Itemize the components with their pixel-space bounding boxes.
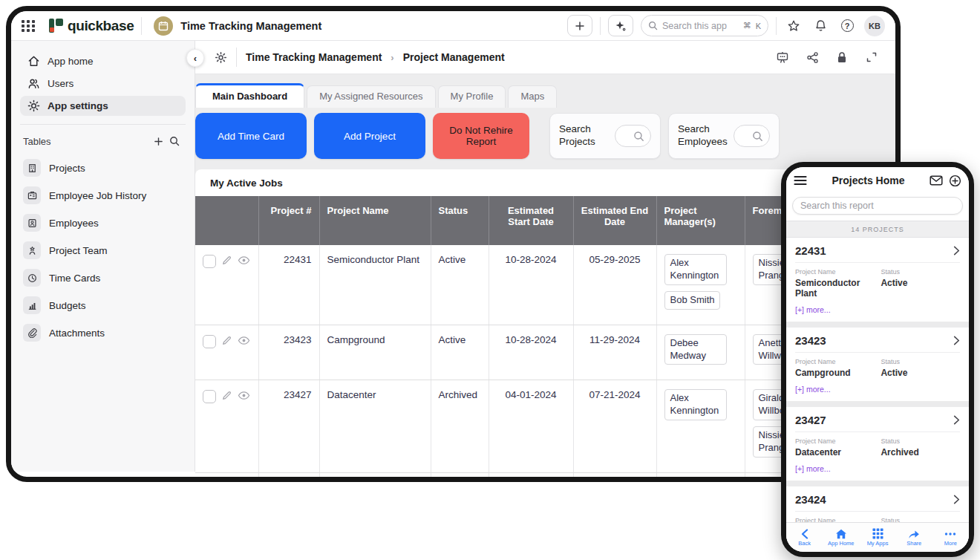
more-fields-link[interactable]: [+] more... bbox=[795, 464, 960, 473]
left-sidebar: App home Users App settings Tables bbox=[11, 41, 195, 472]
new-item-button[interactable] bbox=[567, 15, 592, 36]
home-filled-icon bbox=[835, 529, 847, 539]
apps-grid-icon bbox=[872, 528, 883, 539]
envelope-icon[interactable] bbox=[930, 175, 943, 186]
record-id: 23424 bbox=[795, 493, 953, 506]
edit-pencil-icon[interactable] bbox=[221, 390, 232, 401]
sidebar-item-app-settings[interactable]: App settings bbox=[20, 96, 186, 116]
favorite-star-button[interactable] bbox=[784, 16, 803, 36]
search-tables-button[interactable] bbox=[166, 134, 183, 149]
phone-nav-more[interactable]: More bbox=[932, 523, 969, 552]
more-fields-link[interactable]: [+] more... bbox=[795, 305, 960, 314]
cell-project-name: Bank Tower bbox=[319, 473, 431, 482]
phone-list-item[interactable]: 23423 Project NameCampground StatusActiv… bbox=[786, 328, 969, 401]
edit-pencil-icon[interactable] bbox=[221, 335, 232, 346]
divider bbox=[776, 17, 777, 35]
sidebar-item-app-home[interactable]: App home bbox=[20, 51, 186, 71]
phone-list-item[interactable]: 23427 Project NameDatacenter StatusArchi… bbox=[786, 407, 969, 481]
view-eye-icon[interactable] bbox=[238, 335, 250, 346]
notifications-button[interactable] bbox=[811, 16, 830, 36]
add-record-plus-icon[interactable] bbox=[949, 175, 961, 187]
breadcrumb-separator: › bbox=[391, 52, 393, 63]
tab-my-profile[interactable]: My Profile bbox=[438, 85, 506, 108]
field-label: Status bbox=[881, 358, 960, 365]
tab-main-dashboard[interactable]: Main Dashboard bbox=[195, 83, 304, 108]
view-eye-icon[interactable] bbox=[238, 390, 250, 401]
phone-nav-app-home[interactable]: App Home bbox=[823, 523, 859, 552]
field-value-name: Datacenter bbox=[795, 447, 881, 458]
more-dots-icon bbox=[944, 529, 956, 539]
divider bbox=[600, 17, 601, 35]
nav-label: More bbox=[944, 540, 957, 547]
cell-project-number: 23423 bbox=[258, 325, 319, 380]
manager-pill[interactable]: Alex Kennington bbox=[664, 254, 727, 285]
divider bbox=[141, 17, 142, 35]
row-checkbox[interactable] bbox=[203, 390, 216, 403]
add-time-card-button[interactable]: Add Time Card bbox=[195, 113, 307, 159]
help-button[interactable]: ? bbox=[837, 16, 857, 36]
user-avatar[interactable]: KB bbox=[864, 16, 885, 36]
tab-my-assigned-resources[interactable]: My Assigned Resources bbox=[307, 85, 435, 108]
column-header-project-name[interactable]: Project Name bbox=[319, 196, 431, 245]
sidebar-item-users[interactable]: Users bbox=[20, 74, 186, 94]
building-icon bbox=[23, 159, 41, 177]
phone-list-item[interactable]: 22431 Project NameSemiconductor Plant St… bbox=[786, 238, 969, 322]
column-header-project-number[interactable]: Project # bbox=[258, 196, 319, 245]
search-projects-input[interactable] bbox=[615, 125, 651, 147]
phone-report-search-input[interactable]: Search this report bbox=[792, 197, 963, 215]
sidebar-table-budgets[interactable]: Budgets bbox=[20, 293, 186, 317]
quickbase-logo[interactable]: quickbase bbox=[49, 18, 134, 34]
manager-pill[interactable]: Alex Kennington bbox=[664, 389, 727, 420]
quickbase-wordmark: quickbase bbox=[68, 18, 134, 34]
action-buttons-row: Add Time Card Add Project Do Not Rehire … bbox=[195, 113, 895, 159]
sidebar-table-employees[interactable]: Employees bbox=[20, 211, 186, 235]
sidebar-table-attachments[interactable]: Attachments bbox=[20, 321, 186, 345]
sidebar-table-time-cards[interactable]: Time Cards bbox=[20, 266, 186, 290]
fullscreen-button[interactable] bbox=[861, 48, 882, 66]
present-button[interactable] bbox=[772, 48, 793, 66]
sidebar-table-projects[interactable]: Projects bbox=[20, 156, 186, 180]
column-header-est-end[interactable]: Estimated End Date bbox=[573, 196, 656, 245]
tab-maps[interactable]: Maps bbox=[508, 85, 557, 108]
cell-est-start: 10-28-2024 bbox=[489, 473, 573, 482]
phone-nav-share[interactable]: Share bbox=[896, 523, 932, 552]
person-badge-icon bbox=[23, 214, 41, 232]
page-settings-gear-icon[interactable] bbox=[215, 51, 227, 64]
column-header-est-start[interactable]: Estimated Start Date bbox=[489, 196, 573, 245]
more-fields-link[interactable]: [+] more... bbox=[795, 385, 960, 394]
cell-project-number: 23424 bbox=[258, 473, 319, 482]
column-header-status[interactable]: Status bbox=[431, 196, 489, 245]
hamburger-menu-icon[interactable] bbox=[794, 175, 807, 186]
app-switcher-grid-icon[interactable] bbox=[22, 20, 36, 32]
ai-assistant-button[interactable] bbox=[608, 15, 633, 36]
row-checkbox[interactable] bbox=[203, 255, 216, 268]
edit-pencil-icon[interactable] bbox=[221, 255, 232, 266]
manager-pill[interactable]: Debee Medway bbox=[664, 334, 727, 365]
view-eye-icon[interactable] bbox=[238, 255, 250, 266]
search-employees-input[interactable] bbox=[734, 125, 770, 147]
app-search-input[interactable]: Search this app ⌘ K bbox=[641, 15, 768, 36]
lock-button[interactable] bbox=[832, 48, 852, 66]
collapse-sidebar-button[interactable]: ‹ bbox=[186, 49, 204, 67]
add-project-button[interactable]: Add Project bbox=[314, 113, 425, 159]
column-header-project-managers[interactable]: Project Manager(s) bbox=[656, 196, 745, 245]
manager-pill[interactable]: Bob Smith bbox=[664, 291, 721, 310]
record-id: 23427 bbox=[795, 414, 953, 426]
cell-status: Active bbox=[431, 473, 489, 482]
sidebar-item-label: Users bbox=[48, 78, 74, 89]
sidebar-table-employee-job-history[interactable]: Employee Job History bbox=[20, 183, 186, 207]
row-checkbox[interactable] bbox=[203, 335, 216, 348]
sidebar-table-project-team[interactable]: Project Team bbox=[20, 238, 186, 262]
share-button[interactable] bbox=[802, 48, 823, 66]
calendar-icon bbox=[158, 21, 169, 31]
cell-est-start: 10-28-2024 bbox=[489, 245, 573, 325]
phone-nav-my-apps[interactable]: My Apps bbox=[859, 523, 895, 552]
field-value-status: Active bbox=[881, 368, 960, 378]
add-table-button[interactable] bbox=[150, 134, 166, 149]
search-placeholder: Search this app bbox=[662, 21, 739, 31]
breadcrumb-app[interactable]: Time Tracking Management bbox=[246, 51, 382, 63]
do-not-rehire-report-button[interactable]: Do Not Rehire Report bbox=[433, 113, 529, 159]
phone-nav-back[interactable]: Back bbox=[786, 523, 823, 552]
share-arrow-icon bbox=[908, 529, 920, 539]
select-all-header bbox=[195, 196, 258, 245]
